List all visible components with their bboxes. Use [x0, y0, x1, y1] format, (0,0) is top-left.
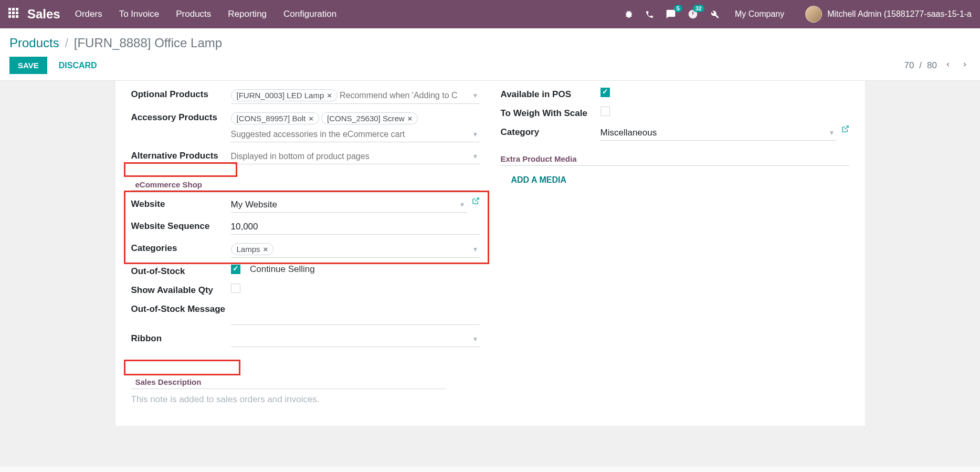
category-input[interactable] [600, 128, 836, 138]
highlight-box-sales-desc [124, 360, 240, 375]
systray: 5 32 My Company Mitchell Admin (15881277… [624, 6, 972, 23]
apps-icon[interactable] [8, 8, 19, 20]
svg-rect-2 [16, 8, 18, 11]
breadcrumb: Products / [FURN_8888] Office Lamp [0, 28, 980, 53]
category-label: Category [501, 125, 600, 138]
svg-rect-1 [12, 8, 15, 11]
discard-button[interactable]: DISCARD [59, 61, 97, 70]
alternative-products-field[interactable]: ▼ [231, 149, 480, 164]
out-of-stock-message-field[interactable] [231, 302, 480, 325]
ribbon-input[interactable] [231, 334, 480, 344]
activities-icon[interactable]: 32 [688, 9, 698, 19]
user-menu[interactable]: Mitchell Admin (15881277-saas-15-1-a [805, 6, 972, 23]
svg-rect-0 [8, 8, 11, 11]
website-sequence-input[interactable] [231, 222, 480, 232]
tag-optional-0[interactable]: [FURN_0003] LED Lamp × [231, 89, 338, 101]
optional-products-input[interactable] [340, 91, 479, 100]
categories-field[interactable]: Lamps × ▼ [231, 241, 480, 258]
optional-products-label: Optional Products [131, 87, 231, 100]
accessory-products-field[interactable]: [CONS_89957] Bolt × [CONS_25630] Screw × [231, 110, 480, 127]
app-name[interactable]: Sales [27, 7, 60, 22]
available-in-pos-checkbox[interactable] [600, 88, 610, 97]
breadcrumb-current: [FURN_8888] Office Lamp [74, 36, 222, 50]
ecommerce-shop-section: eCommerce Shop [131, 178, 207, 191]
save-button[interactable]: SAVE [9, 57, 47, 74]
external-link-icon[interactable] [841, 125, 849, 134]
website-field[interactable]: ▼ [231, 197, 467, 213]
control-panel: Products / [FURN_8888] Office Lamp SAVE … [0, 28, 980, 81]
nav-to-invoice[interactable]: To Invoice [119, 9, 160, 19]
tools-icon[interactable] [710, 9, 719, 19]
website-sequence-field[interactable] [231, 219, 480, 235]
chevron-down-icon[interactable]: ▼ [472, 335, 479, 343]
tag-accessory-0[interactable]: [CONS_89957] Bolt × [231, 112, 320, 124]
phone-icon[interactable] [645, 10, 654, 19]
activities-badge: 32 [693, 5, 704, 12]
svg-rect-6 [8, 15, 11, 18]
pager-current[interactable]: 70 [904, 60, 914, 71]
nav-links: Orders To Invoice Products Reporting Con… [75, 9, 336, 19]
show-available-qty-label: Show Available Qty [131, 283, 231, 296]
add-media-button[interactable]: ADD A MEDIA [511, 175, 566, 185]
topnav: Sales Orders To Invoice Products Reporti… [0, 0, 980, 28]
chevron-down-icon[interactable]: ▼ [472, 153, 479, 160]
show-available-qty-checkbox[interactable] [231, 284, 240, 293]
close-icon[interactable]: × [408, 114, 413, 123]
messaging-icon[interactable]: 5 [666, 9, 676, 19]
website-input[interactable] [231, 200, 467, 210]
highlight-box-ecom-title [124, 162, 237, 177]
form-sheet: Optional Products [FURN_0003] LED Lamp ×… [115, 81, 866, 426]
svg-rect-7 [12, 15, 15, 18]
accessory-products-input[interactable] [231, 130, 480, 139]
out-of-stock-label: Out-of-Stock [131, 264, 231, 277]
nav-products[interactable]: Products [176, 9, 211, 19]
chevron-down-icon[interactable]: ▼ [472, 92, 479, 99]
chevron-left-icon[interactable] [942, 58, 954, 73]
ribbon-field[interactable]: ▼ [231, 331, 480, 347]
svg-rect-5 [16, 12, 18, 14]
alternative-products-input[interactable] [231, 152, 480, 161]
close-icon[interactable]: × [309, 114, 313, 123]
nav-reporting[interactable]: Reporting [228, 9, 267, 19]
pager-total: 80 [927, 60, 937, 71]
svg-rect-8 [16, 15, 18, 18]
username: Mitchell Admin (15881277-saas-15-1-a [827, 9, 972, 19]
breadcrumb-root[interactable]: Products [9, 36, 59, 50]
chevron-down-icon[interactable]: ▼ [829, 129, 835, 137]
out-of-stock-message-label: Out-of-Stock Message [131, 302, 231, 314]
close-icon[interactable]: × [327, 91, 332, 100]
continue-selling-label: Continue Selling [250, 264, 315, 274]
breadcrumb-sep: / [65, 36, 68, 50]
extra-product-media-section: Extra Product Media [501, 154, 849, 166]
company-switcher[interactable]: My Company [735, 9, 784, 19]
bug-icon[interactable] [624, 9, 634, 19]
tag-accessory-1[interactable]: [CONS_25630] Screw × [321, 112, 418, 124]
category-field[interactable]: ▼ [600, 125, 836, 141]
continue-selling-checkbox[interactable] [231, 265, 240, 274]
available-in-pos-label: Available in POS [501, 87, 600, 100]
to-weigh-label: To Weigh With Scale [501, 106, 600, 119]
close-icon[interactable]: × [264, 245, 268, 254]
accessory-products-label: Accessory Products [131, 110, 231, 123]
right-col: Available in POS To Weigh With Scale Cat… [501, 81, 849, 405]
sales-description-placeholder[interactable]: This note is added to sales orders and i… [131, 394, 480, 405]
messaging-badge: 5 [674, 5, 682, 12]
nav-orders[interactable]: Orders [75, 9, 102, 19]
ribbon-label: Ribbon [131, 331, 231, 344]
accessory-products-placeholder-line[interactable]: ▼ [231, 127, 480, 142]
optional-products-field[interactable]: [FURN_0003] LED Lamp × ▼ [231, 87, 480, 104]
avatar [805, 6, 822, 23]
svg-rect-4 [12, 12, 15, 14]
chevron-down-icon[interactable]: ▼ [459, 201, 466, 208]
chevron-down-icon[interactable]: ▼ [472, 131, 479, 138]
chevron-right-icon[interactable] [959, 58, 971, 73]
actions-bar: SAVE DISCARD 70 / 80 [0, 53, 980, 80]
tag-category-0[interactable]: Lamps × [231, 243, 274, 255]
left-col: Optional Products [FURN_0003] LED Lamp ×… [131, 81, 480, 405]
nav-configuration[interactable]: Configuration [283, 9, 336, 19]
sales-description-section: Sales Description [131, 375, 206, 389]
alternative-products-label: Alternative Products [131, 149, 231, 161]
chevron-down-icon[interactable]: ▼ [472, 246, 479, 253]
to-weigh-checkbox[interactable] [600, 107, 610, 116]
svg-rect-3 [8, 12, 11, 14]
